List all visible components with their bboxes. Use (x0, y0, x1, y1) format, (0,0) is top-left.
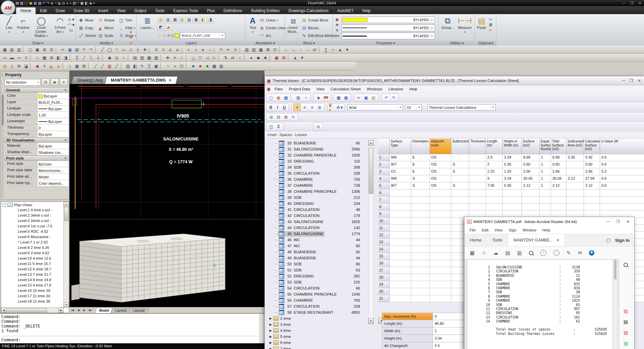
pdf-menu-view[interactable]: View (491, 227, 506, 233)
grid-cell[interactable]: 1 (540, 154, 551, 161)
linear-dim-button[interactable]: ⊓Linear ▾ (259, 17, 278, 24)
grid-row[interactable]: 8 (378, 204, 644, 211)
layers-button[interactable]: ≣Layers... (139, 16, 156, 30)
grid-cell[interactable] (469, 189, 486, 197)
grid-header-cell[interactable]: Length (m) (486, 139, 503, 154)
ribbon-tab-tools[interactable]: Tools (151, 7, 169, 14)
grid-cell[interactable]: S (451, 168, 469, 175)
lineweight-dropdown[interactable]: BYLAYER▾ (342, 33, 435, 39)
toolbar-icon[interactable]: → (290, 46, 297, 53)
space-tree-item[interactable]: 43SALON/CUISINE1826 (266, 219, 367, 225)
grid-cell[interactable]: 2.22 (486, 168, 503, 175)
pdf-star-icon[interactable]: ☆ (482, 250, 486, 256)
level-group-item[interactable]: ▶6 éme (266, 340, 367, 346)
grid-cell[interactable] (390, 232, 411, 239)
quick-access-icon[interactable]: ▾ (93, 1, 95, 5)
measure-button[interactable]: ⊢⊣Measure▾ (456, 16, 473, 34)
group-label-draw[interactable]: Draw ▾ (0, 41, 76, 46)
expand-arrow-icon[interactable]: ▶ (269, 329, 272, 332)
thermal-toolbar-icon[interactable]: ↶ (383, 94, 390, 101)
toolbar-icon[interactable]: ✂ (59, 46, 66, 53)
grid-cell[interactable]: 2.12 (522, 182, 540, 189)
toolbar-icon[interactable]: ∠ (167, 46, 174, 53)
toolbar-icon[interactable]: ◪ (22, 63, 30, 70)
quick-access-icon[interactable]: ● (66, 1, 68, 5)
pdf-titlebar[interactable]: A MAWTENY GAMBETTA.pdf - Adobe Acrobat R… (464, 217, 634, 226)
toolbar-icon[interactable]: ↓ (304, 46, 311, 53)
grid-cell[interactable] (540, 189, 551, 197)
toolbar-icon[interactable]: ▤ (8, 46, 15, 53)
property-value[interactable]: Model (38, 174, 68, 180)
layer-tool-icon[interactable]: ▤ (158, 17, 164, 23)
toolbar-icon[interactable]: ⊞ (15, 63, 22, 70)
space-tree-item[interactable]: 34SDB268 (266, 164, 367, 170)
toolbar-icon[interactable]: ▥ (125, 63, 132, 70)
grid-cell[interactable] (566, 189, 584, 197)
pdf-menu-window[interactable]: Window (519, 227, 539, 233)
space-tree-item[interactable]: 38CHAMBRE PRINCIPALE1306 (266, 188, 367, 194)
centerlines-button[interactable]: ⊕Center Lines ▾ (259, 25, 289, 31)
quick-access-icon[interactable]: ▩ (38, 1, 41, 5)
layer-dropdown[interactable]: BUILD_FL007_USE▾ (180, 32, 225, 39)
grid-cell[interactable] (469, 154, 486, 161)
linetype-dropdown[interactable]: BYLAYER▾ (342, 25, 435, 31)
grid-cell[interactable] (411, 204, 430, 211)
grid-row[interactable]: 7 (378, 197, 644, 204)
toolbar-icon[interactable]: ● (248, 54, 255, 61)
thermal-toolbar-icon[interactable]: ▣ (275, 94, 282, 101)
thermal-menu-help[interactable]: Help (407, 86, 420, 92)
quick-access-icon[interactable]: ▢ (24, 1, 28, 5)
grid-cell[interactable]: OS (430, 161, 451, 168)
grid-cell[interactable]: W8 (390, 175, 411, 182)
collapse-arrow-icon[interactable]: ▲ (64, 88, 67, 92)
grid-cell[interactable] (430, 267, 451, 274)
toolbar-icon[interactable]: ◁ (204, 54, 211, 61)
plan-view-item[interactable]: Level:16 10 éme 30. (1, 288, 69, 293)
pdf-account-avatar[interactable] (589, 250, 594, 256)
property-row[interactable]: Shadow displ...Shadows cas... (4, 149, 68, 156)
sign-in-button[interactable]: Sign In (615, 238, 630, 243)
thermal-toolbar-icon[interactable]: ▣ (363, 94, 369, 101)
plan-view-item[interactable]: Level:3 2émé s-sol - (1, 218, 69, 223)
pdf-zoom-tool-icon[interactable] (624, 263, 628, 267)
property-value[interactable]: Shadows cas... (38, 149, 68, 155)
grid-cell[interactable]: OS (430, 168, 451, 175)
grid-cell[interactable]: 3.26 (566, 154, 584, 161)
text-button[interactable]: AText▾ (247, 16, 259, 34)
property-value[interactable]: ByLayer (38, 93, 68, 99)
grid-cell[interactable]: 0.60 (522, 161, 540, 168)
grid-cell[interactable]: 3.34 (503, 175, 522, 182)
toolbar-icon[interactable]: ┼ (134, 46, 141, 53)
space-tree-item[interactable]: 49BUANDERIE44 (266, 255, 367, 261)
toolbar-icon[interactable]: ╱ (113, 63, 120, 70)
layer-tool-icon[interactable]: ▦ (172, 17, 178, 23)
first-layout-button[interactable]: |◀ (69, 309, 76, 312)
grid-cell[interactable] (566, 168, 584, 175)
grid-cell[interactable] (390, 274, 411, 281)
line-button[interactable]: ╱Line▾ (1, 16, 17, 34)
grid-cell[interactable]: 0.30 (503, 161, 522, 168)
grid-cell[interactable] (522, 204, 540, 211)
expand-arrow-icon[interactable]: ▶ (269, 341, 272, 344)
toolbar-icon[interactable]: ⊟ (48, 46, 55, 53)
quick-access-toolbar[interactable]: ▤▥▢▣▦▩↶↷◈◔◍◎●●▤?▣◧◆▾ (15, 1, 95, 5)
grid-cell[interactable] (600, 197, 644, 204)
plan-view-item[interactable]: * Level:7 1 er 2.92 (1, 239, 69, 245)
toolbar-icon[interactable]: ✕ (232, 46, 239, 53)
grid-cell[interactable] (503, 189, 522, 197)
copy-button[interactable]: ⊞Copy (79, 25, 93, 31)
sum-button[interactable]: Σ (275, 123, 282, 130)
arc-dim-button[interactable]: ◠Arc (259, 32, 271, 39)
toolbar-icon[interactable]: ◯ (106, 46, 113, 53)
grid-cell[interactable] (522, 189, 540, 197)
grid-cell[interactable] (451, 189, 469, 197)
space-tree-item[interactable]: 58ETAGE RESTAURANT6891 (266, 309, 367, 315)
toolbar-icon[interactable]: ⌀ (174, 46, 181, 53)
group-label-clipboard[interactable]: Clipboard (476, 41, 496, 46)
rotate-button[interactable]: ⟳Rotate (98, 17, 115, 24)
quick-access-icon[interactable]: ◔ (54, 1, 57, 5)
close-button[interactable]: ✕ (636, 1, 644, 5)
grid-cell[interactable] (584, 204, 600, 211)
grid-cell[interactable]: 2.6 (486, 154, 503, 161)
toolbar-icon[interactable]: ≡ (22, 54, 30, 61)
